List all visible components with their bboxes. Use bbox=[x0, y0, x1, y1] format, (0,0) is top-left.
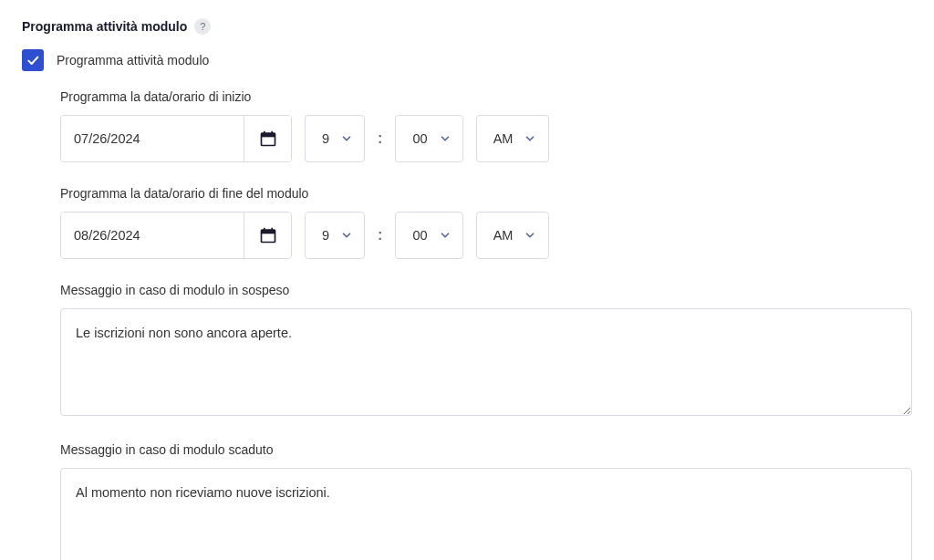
end-datetime-row: 9 : 00 AM bbox=[60, 212, 912, 259]
time-separator: : bbox=[378, 130, 382, 147]
chevron-down-icon bbox=[340, 132, 353, 145]
schedule-checkbox-label: Programma attività modulo bbox=[57, 53, 209, 67]
end-ampm-select[interactable]: AM bbox=[476, 212, 549, 259]
help-icon[interactable]: ? bbox=[194, 18, 211, 35]
calendar-icon bbox=[259, 226, 277, 244]
end-date-calendar-button[interactable] bbox=[244, 213, 291, 258]
start-date-input[interactable] bbox=[61, 116, 244, 161]
end-datetime-label: Programma la data/orario di fine del mod… bbox=[60, 186, 912, 201]
end-date-picker bbox=[60, 212, 292, 259]
expired-message-label: Messaggio in caso di modulo scaduto bbox=[60, 442, 912, 457]
chevron-down-icon bbox=[340, 229, 353, 242]
end-date-input[interactable] bbox=[61, 213, 244, 258]
time-separator: : bbox=[378, 227, 382, 244]
end-hour-select[interactable]: 9 bbox=[305, 212, 365, 259]
svg-rect-1 bbox=[261, 133, 275, 137]
chevron-down-icon bbox=[439, 229, 451, 242]
start-ampm-select[interactable]: AM bbox=[476, 115, 549, 162]
end-minute-select[interactable]: 00 bbox=[395, 212, 462, 259]
start-date-picker bbox=[60, 115, 292, 162]
start-minute-select[interactable]: 00 bbox=[395, 115, 462, 162]
start-date-calendar-button[interactable] bbox=[244, 116, 291, 161]
calendar-icon bbox=[259, 130, 277, 148]
chevron-down-icon bbox=[524, 229, 536, 242]
start-minute-value: 00 bbox=[412, 131, 427, 146]
start-datetime-label: Programma la data/orario di inizio bbox=[60, 89, 912, 104]
chevron-down-icon bbox=[439, 132, 451, 145]
schedule-checkbox[interactable] bbox=[22, 49, 44, 71]
chevron-down-icon bbox=[524, 132, 536, 145]
section-title-text: Programma attività modulo bbox=[22, 19, 187, 34]
pending-message-label: Messaggio in caso di modulo in sospeso bbox=[60, 283, 912, 297]
start-datetime-row: 9 : 00 AM bbox=[60, 115, 912, 162]
svg-rect-5 bbox=[261, 230, 275, 233]
start-ampm-value: AM bbox=[493, 131, 514, 146]
end-hour-value: 9 bbox=[322, 228, 329, 243]
start-hour-select[interactable]: 9 bbox=[305, 115, 365, 162]
end-minute-value: 00 bbox=[412, 228, 427, 243]
check-icon bbox=[26, 53, 40, 67]
section-title: Programma attività modulo ? bbox=[22, 18, 912, 35]
pending-message-textarea[interactable] bbox=[60, 308, 912, 416]
expired-message-textarea[interactable] bbox=[60, 468, 912, 560]
end-ampm-value: AM bbox=[493, 228, 514, 243]
start-hour-value: 9 bbox=[322, 131, 329, 146]
